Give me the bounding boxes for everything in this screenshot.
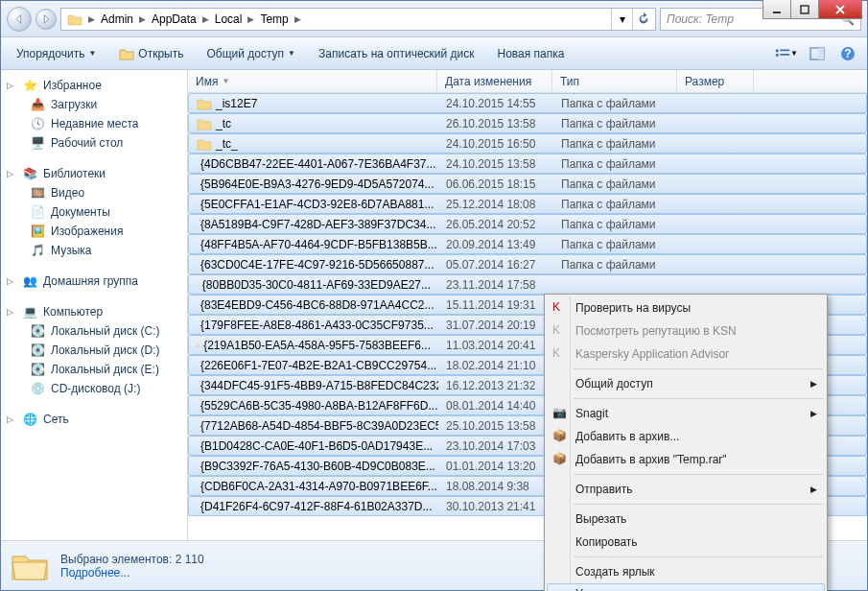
sidebar-pictures[interactable]: 🖼️Изображения: [1, 222, 187, 241]
file-row[interactable]: {8A5189B4-C9F7-428D-AEF3-389F37DC34...26…: [188, 214, 867, 234]
winrar-icon: 📦: [552, 452, 568, 467]
file-date: 25.12.2014 18:08: [438, 198, 553, 211]
cm-archive-rar[interactable]: 📦Добавить в архив "Temp.rar": [547, 448, 825, 471]
file-row[interactable]: _tc_24.10.2015 16:50Папка с файлами: [188, 133, 867, 154]
file-name: {5E0CFFA1-E1AF-4CD3-92E8-6D7ABA881...: [200, 198, 434, 211]
file-date: 16.12.2013 21:32: [438, 379, 553, 392]
sidebar-downloads[interactable]: 📥Загрузки: [1, 95, 187, 114]
column-type[interactable]: Тип: [552, 70, 677, 92]
file-name: {226E06F1-7E07-4B2E-B2A1-CB9CC29754...: [200, 359, 436, 372]
sidebar-music[interactable]: 🎵Музыка: [1, 241, 187, 260]
music-icon: 🎵: [30, 243, 45, 258]
sidebar-cd-drive[interactable]: 💿CD-дисковод (J:): [1, 379, 187, 398]
refresh-button[interactable]: [632, 9, 653, 30]
file-row[interactable]: {48FF4B5A-AF70-4464-9CDF-B5FB138B5B...20…: [188, 234, 867, 254]
drive-icon: 💽: [30, 343, 45, 358]
file-row[interactable]: _tc26.10.2015 13:58Папка с файлами: [188, 113, 867, 133]
status-details-link[interactable]: Подробнее...: [60, 566, 204, 579]
svg-text:?: ?: [844, 47, 851, 60]
file-date: 08.01.2014 14:40: [438, 399, 553, 413]
file-name: {179F8FEE-A8E8-4861-A433-0C35CF9735...: [200, 319, 434, 332]
file-name: _tc: [216, 117, 231, 130]
cm-share[interactable]: Общий доступ▶: [547, 372, 825, 395]
file-row[interactable]: {5E0CFFA1-E1AF-4CD3-92E8-6D7ABA881...25.…: [188, 194, 867, 214]
file-name: {5B964E0E-B9A3-4276-9ED9-4D5A572074...: [200, 177, 434, 191]
maximize-button[interactable]: [790, 0, 819, 19]
sidebar-homegroup[interactable]: ▷👥Домашняя группа: [1, 272, 187, 291]
cm-delete[interactable]: Удалить: [547, 583, 825, 591]
file-row[interactable]: _is12E724.10.2015 14:55Папка с файлами: [188, 93, 867, 113]
sidebar-documents[interactable]: 📄Документы: [1, 202, 187, 222]
forward-button[interactable]: [35, 9, 57, 30]
sidebar-drive-d[interactable]: 💽Локальный диск (D:): [1, 341, 187, 360]
sidebar-drive-e[interactable]: 💽Локальный диск (E:): [1, 360, 187, 379]
file-date: 31.07.2014 20:19: [438, 319, 553, 332]
computer-icon: 💻: [22, 304, 37, 319]
winrar-icon: 📦: [552, 429, 568, 444]
status-selection: Выбрано элементов: 2 110: [60, 553, 204, 566]
sidebar-network[interactable]: ▷🌐Сеть: [1, 410, 187, 429]
network-icon: 🌐: [22, 412, 37, 427]
sidebar-computer[interactable]: ▷💻Компьютер: [1, 302, 187, 321]
cm-snagit[interactable]: 📷Snagit▶: [547, 402, 825, 425]
column-headers: Имя ▼ Дата изменения Тип Размер: [188, 70, 867, 93]
file-date: 15.11.2014 19:31: [438, 298, 553, 312]
file-row[interactable]: {63CD0C4E-17FE-4C97-9216-5D56650887...05…: [188, 254, 867, 274]
file-name: {83E4EBD9-C456-4BC6-88D8-971AA4CC2...: [200, 298, 434, 312]
column-name[interactable]: Имя ▼: [188, 70, 437, 92]
cm-ksn[interactable]: KПосмотреть репутацию в KSN: [547, 319, 825, 343]
cm-send[interactable]: Отправить▶: [547, 478, 825, 501]
file-date: 18.02.2014 21:10: [438, 359, 553, 372]
cm-shortcut[interactable]: Создать ярлык: [547, 560, 825, 583]
sidebar-videos[interactable]: 🎞️Видео: [1, 183, 187, 202]
command-toolbar: Упорядочить ▼ Открыть Общий доступ ▼ Зап…: [1, 37, 867, 70]
file-date: 30.10.2013 21:41: [438, 500, 553, 513]
file-name: {48FF4B5A-AF70-4464-9CDF-B5FB138B5B...: [200, 238, 437, 251]
file-date: 26.05.2014 20:52: [438, 218, 553, 231]
picture-icon: 🖼️: [30, 224, 45, 239]
address-bar[interactable]: ▶ Admin▶ AppData▶ Local▶ Temp▶ ▾: [60, 8, 656, 31]
cm-archive[interactable]: 📦Добавить в архив...: [547, 425, 825, 448]
minimize-button[interactable]: [762, 0, 791, 19]
cm-cut[interactable]: Вырезать: [547, 508, 825, 531]
view-options-button[interactable]: ▼: [775, 42, 798, 65]
sidebar-favorites[interactable]: ▷⭐Избранное: [1, 76, 187, 95]
back-button[interactable]: [7, 7, 32, 32]
sidebar-desktop[interactable]: 🖥️Рабочий стол: [1, 133, 187, 153]
file-type: Папка с файлами: [553, 157, 678, 171]
breadcrumb-item[interactable]: Temp: [256, 9, 292, 30]
open-button[interactable]: Открыть: [111, 43, 191, 64]
cm-copy[interactable]: Копировать: [547, 531, 825, 554]
search-placeholder: Поиск: Temp: [667, 12, 734, 26]
sidebar-drive-c[interactable]: 💽Локальный диск (C:): [1, 321, 187, 341]
file-date: 06.06.2015 18:15: [438, 177, 553, 191]
sidebar-recent[interactable]: 🕓Недавние места: [1, 114, 187, 133]
breadcrumb-item[interactable]: Admin: [97, 9, 137, 30]
file-date: 20.09.2014 13:49: [438, 238, 553, 251]
file-row[interactable]: {80BB0D35-30C0-4811-AF69-33ED9AE27...23.…: [188, 274, 867, 295]
share-button[interactable]: Общий доступ ▼: [199, 43, 303, 64]
column-size[interactable]: Размер: [677, 70, 754, 92]
burn-button[interactable]: Записать на оптический диск: [311, 43, 482, 64]
organize-button[interactable]: Упорядочить ▼: [9, 43, 104, 64]
downloads-icon: 📥: [30, 97, 45, 112]
breadcrumb-item[interactable]: Local: [211, 9, 246, 30]
file-type: Папка с файлами: [553, 258, 678, 272]
address-dropdown[interactable]: ▾: [611, 9, 632, 30]
close-button[interactable]: [818, 0, 862, 19]
breadcrumb-item[interactable]: AppData: [148, 9, 200, 30]
help-button[interactable]: ?: [836, 42, 859, 65]
file-row[interactable]: {4D6CBB47-22EE-4401-A067-7E36BA4F37...24…: [188, 154, 867, 174]
column-date[interactable]: Дата изменения: [437, 70, 552, 92]
file-row[interactable]: {5B964E0E-B9A3-4276-9ED9-4D5A572074...06…: [188, 174, 867, 194]
cm-scan-virus[interactable]: KПроверить на вирусы: [547, 296, 825, 319]
new-folder-button[interactable]: Новая папка: [490, 43, 573, 64]
file-name: {5529CA6B-5C35-4980-A8BA-B12AF8FF6D...: [200, 399, 437, 413]
file-name: {8A5189B4-C9F7-428D-AEF3-389F37DC34...: [200, 218, 435, 231]
folder-icon: [63, 9, 86, 30]
preview-pane-button[interactable]: [806, 42, 829, 65]
document-icon: 📄: [30, 204, 45, 220]
sidebar-libraries[interactable]: ▷📚Библиотеки: [1, 164, 187, 183]
file-date: 23.10.2014 17:03: [438, 439, 553, 453]
cm-kaa[interactable]: KKaspersky Application Advisor: [547, 343, 825, 366]
